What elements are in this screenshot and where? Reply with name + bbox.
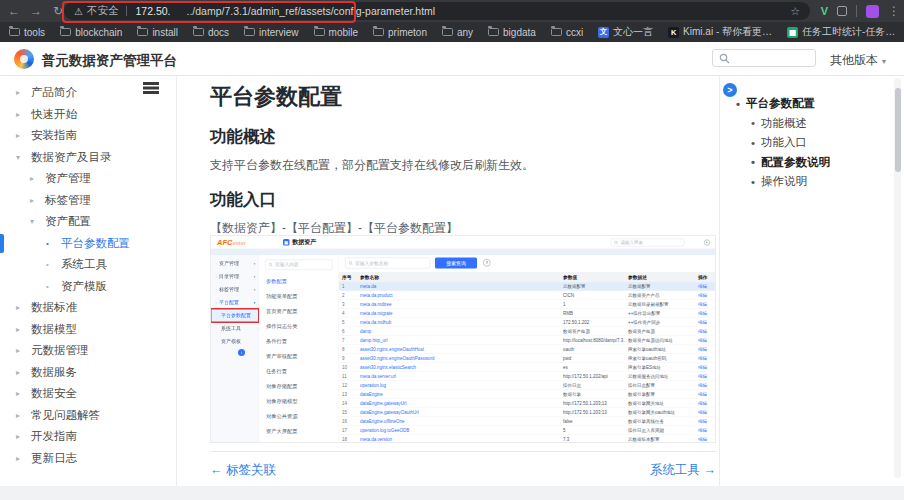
table-column-header: 参数值 (560, 274, 625, 281)
prev-page-link[interactable]: ← 标签关联 (210, 462, 276, 479)
param-name: dataEngine.gatewayUrl (357, 401, 560, 406)
folder-icon (314, 28, 325, 36)
app-tab-icon: ▦ (283, 239, 290, 246)
bookmark-label: Kimi.ai - 帮你看更… (683, 25, 772, 39)
bookmark-folder[interactable]: tools (9, 27, 45, 38)
bookmark-folder[interactable]: bigdata (488, 27, 536, 38)
bookmarks-bar: toolsblockchaininstalldocsinterviewmobil… (0, 22, 904, 42)
app-nav-item: 资产模板 (211, 335, 259, 348)
bookmark-site[interactable]: ▦任务工时统计-任务… (787, 25, 895, 39)
sidebar-item[interactable]: ▸数据安全 (0, 383, 176, 405)
nav-item-icon: ◦ (216, 300, 217, 305)
app-table-search-input: 请输入参数名称 (345, 258, 430, 269)
menu-dots-icon[interactable]: ⋮ (888, 4, 900, 18)
bookmark-star-icon[interactable]: ☆ (790, 5, 800, 18)
bookmark-label: 任务工时统计-任务… (802, 25, 895, 39)
sidebar-item[interactable]: ▸产品简介 (0, 82, 176, 104)
app-list-item: 任务行置 (259, 364, 339, 379)
row-index: 18 (339, 437, 357, 442)
sidebar-item[interactable]: ▾资产配置 (0, 211, 176, 233)
row-index: 11 (339, 374, 357, 379)
page-bottom-strip (0, 486, 904, 500)
param-value: 数据资产电源 (560, 328, 625, 335)
toc-item[interactable]: •平台参数配置 (720, 94, 887, 114)
bookmark-site[interactable]: KKimi.ai - 帮你看更… (668, 25, 772, 39)
security-badge[interactable]: ⚠ 不安全 (74, 4, 118, 18)
app-nav-item: ◦平台配置▾ (211, 296, 259, 309)
folder-icon (442, 28, 453, 36)
back-icon[interactable]: ← (6, 3, 22, 19)
bookmark-folder[interactable]: blockchain (60, 27, 122, 38)
app-nav-item-label: 平台参数配置 (221, 312, 251, 319)
bookmark-folder[interactable]: install (137, 27, 178, 38)
sidebar-item-label: 资产模版 (61, 279, 107, 294)
param-name: meta.da.product (357, 293, 560, 298)
app-list-item: 操作日志分类 (259, 319, 339, 334)
row-index: 5 (339, 320, 357, 325)
sidebar-item[interactable]: ▸更新日志 (0, 448, 176, 470)
sidebar-item[interactable]: •系统工具 (0, 254, 176, 276)
sidebar-item-label: 数据资产及目录 (31, 150, 112, 165)
bookmark-folder[interactable]: mobile (314, 27, 358, 38)
sidebar-item[interactable]: ▸资产管理 (0, 168, 176, 190)
sidebar-item-label: 数据安全 (31, 386, 77, 401)
toc-item[interactable]: •功能概述 (720, 114, 887, 134)
toc-expand-icon[interactable]: > (723, 83, 737, 97)
sidebar-item[interactable]: ▾数据资产及目录 (0, 147, 176, 169)
url-path: ../damp/7.3.1/admin_ref/assets/config-pa… (187, 5, 436, 17)
param-desc: 元数据目录树根配置 (625, 301, 695, 308)
next-page-link[interactable]: 系统工具 → (650, 462, 716, 479)
sidebar-item[interactable]: ▸元数据管理 (0, 340, 176, 362)
edit-link: 编辑 (695, 418, 716, 425)
section-title-entry: 功能入口 (210, 189, 276, 211)
app-nav-item: ◦资产管理▾ (211, 257, 259, 270)
bookmark-folder[interactable]: ccxi (551, 27, 583, 38)
toc-item[interactable]: •操作说明 (720, 172, 887, 192)
address-bar[interactable]: ⚠ 不安全 172.50. ../damp/7.3.1/admin_ref/as… (64, 2, 810, 20)
hamburger-menu-icon[interactable] (143, 82, 159, 85)
app-list-item: 资产大屏配置 (259, 424, 339, 439)
profile-avatar[interactable] (866, 5, 879, 18)
toc-item[interactable]: •配置参数说明 (720, 153, 887, 173)
bookmark-folder[interactable]: docs (193, 27, 229, 38)
side-panel-icon[interactable] (837, 6, 847, 16)
search-input[interactable] (712, 49, 816, 67)
bookmark-folder[interactable]: any (442, 27, 473, 38)
sidebar-item-label: 常见问题解答 (31, 408, 100, 423)
bookmark-label: ccxi (566, 27, 583, 38)
param-value: 1 (560, 302, 625, 307)
forward-icon[interactable]: → (28, 3, 44, 19)
param-value: 7.3 (560, 437, 625, 442)
extension-v-icon[interactable]: V (821, 5, 828, 17)
sidebar-item[interactable]: ▸安装指南 (0, 125, 176, 147)
sidebar-item[interactable]: ▸数据标准 (0, 297, 176, 319)
param-value: es (560, 365, 625, 370)
app-list-item: 对象存储配置 (259, 379, 339, 394)
param-name: damp (357, 329, 560, 334)
security-label: 不安全 (87, 4, 119, 18)
edit-link: 编辑 (695, 391, 716, 398)
edit-link: 编辑 (695, 328, 716, 335)
sidebar-item[interactable]: •平台参数配置 (0, 233, 176, 255)
bookmark-label: 文心一言 (613, 25, 653, 39)
sidebar-item[interactable]: ▸开发指南 (0, 426, 176, 448)
folder-icon (60, 28, 71, 36)
sidebar-item[interactable]: ▸标签管理 (0, 190, 176, 212)
bookmark-site[interactable]: 文文心一言 (598, 25, 653, 39)
sidebar-item-label: 安装指南 (31, 128, 77, 143)
sidebar-item[interactable]: •资产模版 (0, 276, 176, 298)
edit-link: 编辑 (695, 409, 716, 416)
versions-dropdown[interactable]: 其他版本▾ (830, 52, 886, 69)
bookmark-folder[interactable]: primeton (373, 27, 427, 38)
param-name: operation.log.toGeeODB (357, 428, 560, 433)
toc-item[interactable]: •功能入口 (720, 133, 887, 153)
sidebar-item[interactable]: ▸常见问题解答 (0, 405, 176, 427)
sidebar-item[interactable]: ▸数据服务 (0, 362, 176, 384)
pager-divider (210, 451, 716, 452)
sidebar-item[interactable]: ▸快速开始 (0, 104, 176, 126)
page-scrollbar-thumb[interactable] (895, 88, 901, 172)
bookmark-folder[interactable]: interview (244, 27, 298, 38)
sidebar-item[interactable]: ▸数据模型 (0, 319, 176, 341)
bookmark-label: docs (208, 27, 229, 38)
param-value: 172.50.1.202 (560, 320, 625, 325)
